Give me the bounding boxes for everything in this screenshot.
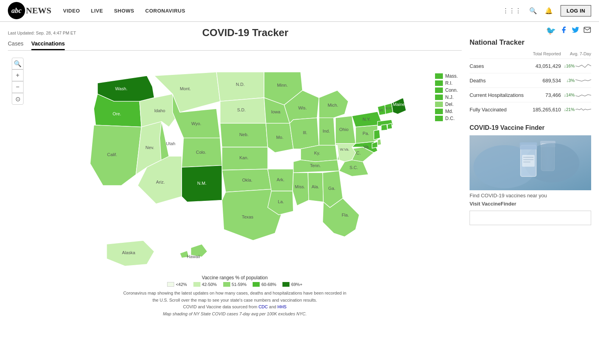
legend-label-4: 69%+ — [291, 282, 302, 287]
nav-shows[interactable]: SHOWS — [114, 8, 135, 14]
svg-text:Ind.: Ind. — [322, 129, 330, 133]
svg-text:Ore.: Ore. — [113, 111, 121, 116]
legend-label-3: 60-68% — [261, 282, 276, 287]
grid-icon[interactable]: ⋮⋮⋮ — [503, 7, 521, 15]
map-zoom-out-btn[interactable]: − — [12, 81, 24, 93]
hhs-link[interactable]: HHS — [277, 304, 286, 309]
map-container: 🔍 + − ⊙ Wash. Ore. Calif. — [8, 54, 462, 273]
state-ri[interactable] — [388, 123, 392, 129]
svg-text:Nev.: Nev. — [146, 145, 154, 150]
state-ct[interactable] — [381, 124, 388, 131]
footnote-line4: Map shading of NY State COVID cases 7-da… — [8, 311, 462, 318]
nav-live[interactable]: LIVE — [91, 8, 103, 14]
last-updated: Last Updated: Sep. 28, 4:47 PM ET — [8, 31, 76, 35]
nav-coronavirus[interactable]: CORONAVIRUS — [145, 8, 185, 14]
facebook-icon[interactable]: 🐦 — [546, 26, 556, 35]
cases-change: ↓16% — [561, 59, 591, 73]
vaccine-finder-link[interactable]: Visit VaccineFinder — [470, 201, 591, 207]
dc-swatch — [435, 116, 443, 121]
legend-state-nj: N.J. — [435, 95, 458, 100]
logo-circle: abc — [8, 2, 25, 19]
legend-label-1: 42-50% — [202, 282, 217, 287]
svg-text:Neb.: Neb. — [239, 132, 249, 137]
hosp-label: Current Hospitalizations — [470, 88, 530, 102]
tab-vaccinations[interactable]: Vaccinations — [31, 40, 65, 50]
email-icon-svg[interactable] — [583, 26, 591, 34]
cdc-link[interactable]: CDC — [259, 304, 268, 309]
svg-text:N.D.: N.D. — [236, 82, 244, 87]
legend-box-3 — [253, 282, 260, 287]
vial-illustration — [470, 135, 591, 190]
deaths-arrow: ↓3% — [566, 78, 575, 83]
legend-item-2: 51-59% — [223, 282, 247, 287]
ri-label: R.I. — [445, 80, 453, 86]
cases-arrow: ↓16% — [564, 64, 575, 68]
legend-item-3: 60-68% — [253, 282, 276, 287]
svg-rect-48 — [522, 155, 535, 167]
del-label: Del. — [445, 102, 453, 107]
svg-rect-47 — [520, 142, 537, 149]
bell-icon[interactable]: 🔔 — [545, 7, 553, 15]
deaths-change: ↓3% — [561, 73, 591, 88]
deaths-total: 689,534 — [530, 73, 561, 88]
legend-item-0: <42% — [167, 282, 187, 287]
map-zoom-in-btn[interactable]: + — [12, 69, 24, 81]
cases-sparkline — [575, 62, 591, 70]
svg-text:Pa.: Pa. — [362, 131, 369, 136]
header-right: ⋮⋮⋮ 🔍 🔔 LOG IN — [503, 5, 591, 16]
vaccine-caption: Find COVID-19 vaccines near you — [470, 193, 591, 198]
nav-video[interactable]: VIDEO — [63, 8, 80, 14]
tabs: Cases Vaccinations — [8, 40, 462, 51]
svg-text:N.H.: N.H. — [385, 106, 392, 110]
svg-text:Fla.: Fla. — [342, 213, 349, 217]
vaccine-finder-link-label[interactable]: Visit VaccineFinder — [470, 201, 516, 207]
footnote-line2: the U.S. Scroll over the map to see your… — [8, 297, 462, 304]
svg-text:La.: La. — [278, 199, 284, 204]
map-svg-wrapper: Wash. Ore. Calif. Nev. Idaho — [8, 54, 462, 273]
search-icon[interactable]: 🔍 — [529, 7, 537, 15]
tracker-tbody: Cases 43,051,429 ↓16% Deaths 689,534 — [470, 59, 591, 117]
login-button[interactable]: LOG IN — [561, 5, 591, 16]
map-reset-btn[interactable]: ⊙ — [12, 93, 24, 105]
tab-cases[interactable]: Cases — [8, 40, 24, 50]
svg-text:N.Y.: N.Y. — [362, 117, 370, 122]
conn-label: Conn. — [445, 87, 458, 93]
nj-label: N.J. — [445, 95, 453, 100]
legend-title: Vaccine ranges % of population — [8, 275, 462, 280]
tracker-table: Total Reported Avg. 7-Day Cases 43,051,4… — [470, 51, 591, 116]
logo[interactable]: abc NEWS — [8, 2, 51, 19]
hosp-arrow: ↓14% — [564, 93, 575, 97]
footnote-line1: Coronavirus map showing the latest updat… — [8, 290, 462, 297]
svg-text:S.D.: S.D. — [237, 107, 246, 112]
svg-text:Kan.: Kan. — [239, 155, 248, 160]
svg-text:Ala.: Ala. — [311, 184, 319, 189]
vaccine-finder-title: COVID-19 Vaccine Finder — [470, 124, 591, 131]
dc-label: D.C. — [445, 116, 455, 121]
map-footnote: Coronavirus map showing the latest updat… — [8, 290, 462, 317]
vacc-arrow: ↓21% — [564, 107, 575, 112]
hosp-change: ↓14% — [561, 88, 591, 102]
vacc-sparkline — [575, 106, 591, 113]
twitter-icon-svg[interactable] — [572, 26, 579, 34]
svg-text:Iowa: Iowa — [271, 109, 280, 114]
svg-text:Mich.: Mich. — [328, 103, 338, 107]
vaccine-finder-input[interactable] — [470, 211, 591, 225]
legend-box-4 — [282, 282, 289, 287]
facebook-icon-svg[interactable] — [560, 26, 568, 34]
col-avg: Avg. 7-Day — [561, 51, 591, 59]
svg-text:Va.: Va. — [364, 144, 370, 149]
svg-text:Wis.: Wis. — [298, 106, 307, 110]
col-total: Total Reported — [530, 51, 561, 59]
deaths-sparkline — [575, 76, 591, 84]
deaths-label: Deaths — [470, 73, 530, 88]
legend-label-2: 51-59% — [232, 282, 247, 287]
map-search-btn[interactable]: 🔍 — [12, 58, 24, 69]
state-nj[interactable] — [374, 130, 380, 140]
ri-swatch — [435, 80, 443, 86]
tracker-header-row: Total Reported Avg. 7-Day — [470, 51, 591, 59]
cases-label: Cases — [470, 59, 530, 73]
us-map-svg: Wash. Ore. Calif. Nev. Idaho — [8, 54, 462, 273]
vacc-total: 185,265,610 — [530, 102, 561, 117]
state-de[interactable] — [378, 139, 381, 145]
table-row-cases: Cases 43,051,429 ↓16% — [470, 59, 591, 73]
